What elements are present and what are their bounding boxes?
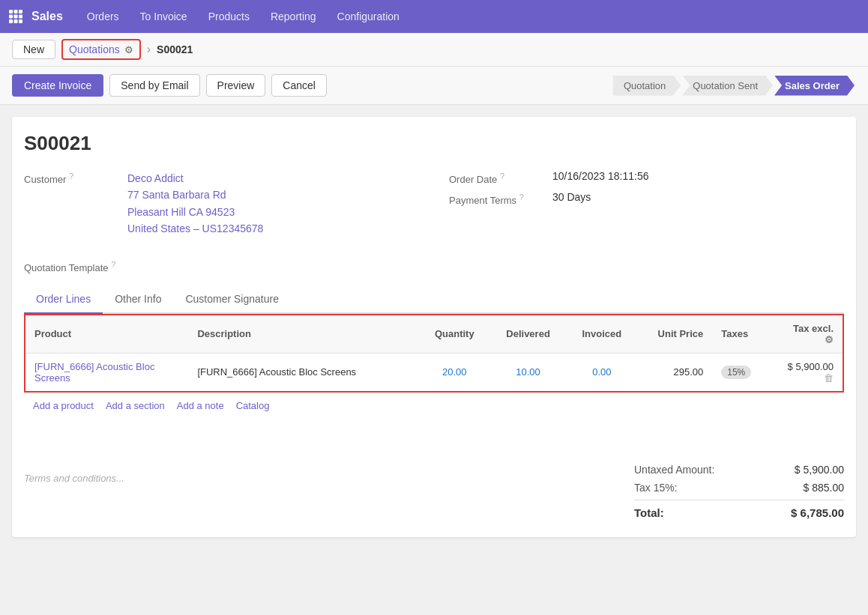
payment-terms-field-row: Payment Terms ? 30 Days (449, 191, 844, 206)
col-header-description: Description (188, 315, 418, 354)
col-header-unit-price: Unit Price (639, 315, 712, 354)
cancel-button[interactable]: Cancel (271, 74, 327, 97)
svg-rect-2 (19, 10, 22, 13)
nav-item-products[interactable]: Products (199, 6, 259, 27)
form-left: Customer ? Deco Addict 77 Santa Barbara … (24, 170, 419, 243)
payment-terms-help-icon[interactable]: ? (519, 193, 524, 202)
nav-items: Orders To Invoice Products Reporting Con… (78, 6, 409, 27)
total-label: Total: (634, 506, 664, 519)
tabs: Order Lines Other Info Customer Signatur… (24, 285, 844, 314)
svg-rect-5 (19, 15, 22, 19)
top-navigation: Sales Orders To Invoice Products Reporti… (0, 0, 868, 33)
customer-label: Customer ? (24, 170, 121, 185)
pipeline-step-quotation-sent[interactable]: Quotation Sent (682, 76, 773, 96)
create-invoice-button[interactable]: Create Invoice (12, 74, 103, 97)
quotation-template-row: Quotation Template ? (24, 258, 844, 273)
customer-help-icon[interactable]: ? (69, 172, 73, 181)
pipeline-step-quotation[interactable]: Quotation (613, 76, 681, 96)
breadcrumb-separator: › (147, 43, 151, 56)
nav-item-configuration[interactable]: Configuration (328, 6, 409, 27)
svg-rect-4 (14, 15, 18, 19)
breadcrumb-quotations[interactable]: Quotations ⚙ (61, 39, 141, 60)
nav-item-orders[interactable]: Orders (78, 6, 128, 27)
tax-value: $ 885.00 (804, 482, 845, 494)
tab-other-info[interactable]: Other Info (103, 285, 173, 314)
svg-rect-3 (9, 15, 13, 19)
bottom-section: Terms and conditions... Untaxed Amount: … (24, 449, 844, 522)
tab-order-lines[interactable]: Order Lines (24, 285, 103, 314)
untaxed-value: $ 5,900.00 (795, 464, 844, 476)
total-row: Total: $ 6,785.00 (634, 500, 844, 522)
catalog-link[interactable]: Catalog (236, 400, 270, 411)
payment-terms-value: 30 Days (552, 191, 591, 203)
row-quantity[interactable]: 20.00 (418, 353, 491, 392)
customer-address-2: Pleasant Hill CA 94523 (127, 204, 263, 220)
total-value: $ 6,785.00 (791, 506, 844, 519)
spacer (24, 419, 844, 449)
breadcrumb-area: New Quotations ⚙ › S00021 (0, 33, 868, 67)
action-bar: Create Invoice Send by Email Preview Can… (0, 67, 868, 105)
form-right: Order Date ? 10/16/2023 18:11:56 Payment… (449, 170, 844, 243)
settings-icon[interactable]: ⚙ (825, 334, 834, 345)
tax-row: Tax 15%: $ 885.00 (634, 479, 844, 497)
tab-customer-signature[interactable]: Customer Signature (173, 285, 291, 314)
add-section-link[interactable]: Add a section (106, 400, 165, 411)
col-header-quantity: Quantity (418, 315, 491, 354)
untaxed-amount-row: Untaxed Amount: $ 5,900.00 (634, 461, 844, 479)
delete-row-icon[interactable]: 🗑 (824, 372, 834, 384)
col-header-product: Product (25, 315, 188, 354)
apps-icon[interactable] (9, 10, 22, 23)
nav-brand: Sales (31, 10, 63, 23)
row-unit-price[interactable]: 295.00 (639, 353, 712, 392)
customer-field-row: Customer ? Deco Addict 77 Santa Barbara … (24, 170, 419, 237)
col-header-tax-excl: Tax excl. ⚙ (770, 315, 843, 354)
add-note-link[interactable]: Add a note (177, 400, 224, 411)
tax-badge[interactable]: 15% (721, 366, 751, 379)
col-header-invoiced: Invoiced (565, 315, 639, 354)
breadcrumb-current: S00021 (157, 43, 193, 55)
order-date-value: 10/16/2023 18:11:56 (552, 170, 648, 182)
row-tax-excl: $ 5,900.00 🗑 (770, 353, 843, 392)
row-delivered[interactable]: 10.00 (491, 353, 564, 392)
customer-value[interactable]: Deco Addict 77 Santa Barbara Rd Pleasant… (127, 170, 263, 237)
quotation-template-label: Quotation Template ? (24, 258, 121, 273)
terms-field[interactable]: Terms and conditions... (24, 461, 124, 496)
record-id: S00021 (24, 132, 844, 155)
order-date-help-icon[interactable]: ? (500, 172, 504, 181)
breadcrumb-parent-label: Quotations (69, 43, 120, 55)
payment-terms-label: Payment Terms ? (449, 191, 546, 206)
pipeline-step-sales-order[interactable]: Sales Order (774, 76, 855, 96)
row-taxes: 15% (712, 353, 769, 392)
form-section: Customer ? Deco Addict 77 Santa Barbara … (24, 170, 844, 243)
svg-rect-0 (9, 10, 13, 13)
preview-button[interactable]: Preview (206, 74, 266, 97)
untaxed-label: Untaxed Amount: (634, 464, 714, 476)
svg-rect-6 (9, 19, 13, 23)
new-button[interactable]: New (12, 40, 55, 59)
nav-item-reporting[interactable]: Reporting (262, 6, 325, 27)
table-row: [FURN_6666] Acoustic Bloc Screens [FURN_… (25, 353, 843, 392)
gear-icon[interactable]: ⚙ (124, 44, 133, 55)
status-pipeline: Quotation Quotation Sent Sales Order (613, 76, 856, 96)
send-by-email-button[interactable]: Send by Email (109, 74, 199, 97)
totals-table: Untaxed Amount: $ 5,900.00 Tax 15%: $ 88… (634, 461, 844, 522)
order-date-field-row: Order Date ? 10/16/2023 18:11:56 (449, 170, 844, 185)
col-header-delivered: Delivered (491, 315, 564, 354)
row-product[interactable]: [FURN_6666] Acoustic Bloc Screens (25, 353, 188, 392)
quotation-template-help-icon[interactable]: ? (111, 260, 115, 269)
customer-address-1: 77 Santa Barbara Rd (127, 187, 263, 203)
order-table: Product Description Quantity Delivered I… (24, 314, 844, 393)
svg-rect-8 (19, 19, 22, 23)
customer-name: Deco Addict (127, 170, 263, 187)
row-invoiced[interactable]: 0.00 (565, 353, 639, 392)
add-product-link[interactable]: Add a product (33, 400, 94, 411)
nav-item-to-invoice[interactable]: To Invoice (131, 6, 196, 27)
svg-rect-1 (14, 10, 18, 13)
customer-address-3: United States – US12345678 (127, 220, 263, 237)
col-header-taxes: Taxes (712, 315, 769, 354)
row-description: [FURN_6666] Acoustic Bloc Screens (188, 353, 418, 392)
main-content: S00021 Customer ? Deco Addict 77 Santa B… (12, 117, 856, 537)
svg-rect-7 (14, 19, 18, 23)
tax-label: Tax 15%: (634, 482, 678, 494)
add-row-actions: Add a product Add a section Add a note C… (24, 393, 844, 419)
